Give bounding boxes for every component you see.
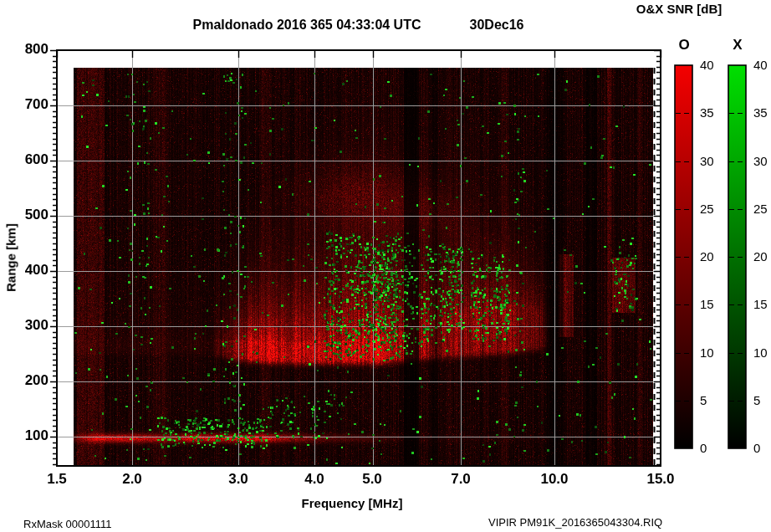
ionogram-figure: Pmaldonado 2016 365 04:33:04 UTC 30Dec16… [0,0,771,532]
data-file-name-text: VIPIR PM91K_2016365043304.RIQ [488,516,662,529]
y-axis-tick-label: 100 [10,427,49,444]
x-axis-tick-label: 10.0 [540,471,568,488]
o-colorbar-tick-label: 0 [700,441,707,455]
x-axis-title: Frequency [MHz] [302,496,403,510]
o-colorbar-tick-label: 40 [700,58,714,72]
x-colorbar-tick-label: 35 [753,105,768,120]
rxmask-status-text: RxMask 00001111 [23,518,112,530]
o-colorbar-tick-label: 15 [700,297,714,311]
plot-date: 30Dec16 [470,18,524,33]
y-axis-tick-label: 800 [10,41,49,58]
x-axis-tick-label: 7.0 [451,471,471,488]
x-axis-tick-label: 1.5 [47,471,67,488]
x-axis-tick-label: 4.0 [304,471,324,488]
y-axis-tick-label: 600 [10,151,49,168]
y-axis-tick-label: 200 [10,372,49,389]
x-colorbar-tick-label: 10 [753,345,768,360]
ionogram-plot-canvas [0,0,771,532]
x-colorbar-tick-label: 0 [753,441,760,455]
x-axis-tick-label: 15.0 [646,471,674,488]
x-colorbar-tick-label: 25 [753,202,768,216]
o-colorbar-header: O [678,37,689,54]
x-colorbar-tick-label: 15 [753,297,768,311]
x-colorbar-tick-label: 40 [753,58,768,72]
o-colorbar-tick-label: 30 [700,154,714,168]
x-axis-tick-label: 3.0 [228,471,248,488]
o-colorbar-tick-label: 25 [700,202,714,216]
x-axis-tick-label: 2.0 [122,471,142,488]
colorbar-title: O&X SNR [dB] [636,2,722,16]
y-axis-tick-label: 400 [10,262,49,279]
o-colorbar-tick-label: 5 [700,393,707,407]
x-axis-tick-label: 5.0 [362,471,382,488]
y-axis-tick-label: 500 [10,207,49,223]
y-axis-title: Range [km] [4,223,18,292]
x-colorbar-header: X [733,37,742,54]
o-colorbar-tick-label: 10 [700,345,714,360]
x-colorbar-tick-label: 5 [753,393,760,407]
x-colorbar-tick-label: 20 [753,249,768,263]
y-axis-tick-label: 300 [10,317,49,334]
o-colorbar-tick-label: 20 [700,249,714,263]
plot-title: Pmaldonado 2016 365 04:33:04 UTC [192,18,421,33]
y-axis-tick-label: 700 [10,96,49,113]
x-colorbar-tick-label: 30 [753,154,768,168]
o-colorbar-tick-label: 35 [700,105,714,120]
